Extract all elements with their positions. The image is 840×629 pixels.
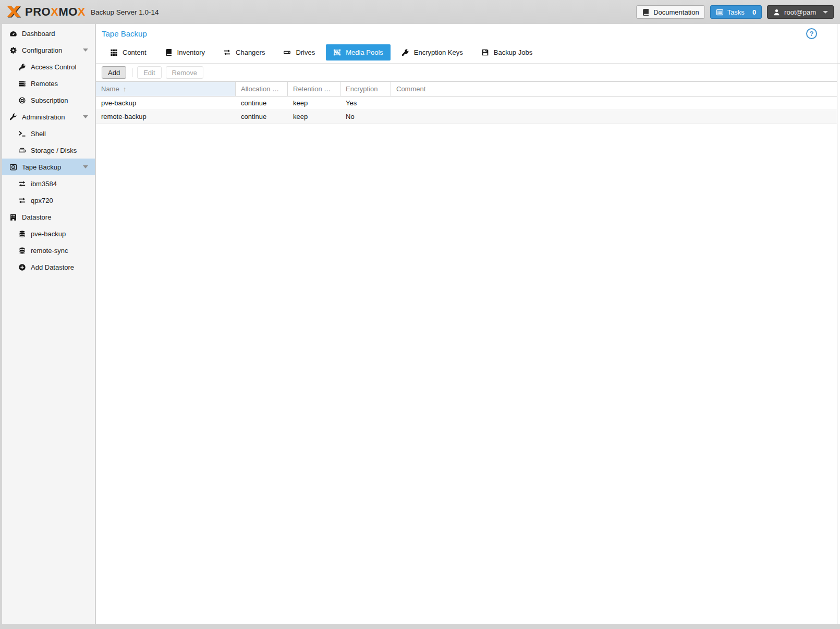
column-header-encryption[interactable]: Encryption — [340, 82, 391, 96]
tab-content[interactable]: Content — [103, 44, 154, 61]
documentation-button[interactable]: Documentation — [636, 5, 704, 19]
sidebar-item-add-datastore[interactable]: Add Datastore — [2, 259, 95, 275]
sidebar-item-label: Access Control — [31, 63, 76, 71]
sidebar-item-datastore[interactable]: Datastore — [2, 209, 95, 225]
panel-header: Tape Backup ? — [96, 24, 840, 44]
sidebar-item-configuration[interactable]: Configuration — [2, 42, 95, 58]
database-icon — [17, 247, 27, 255]
column-header-allocation[interactable]: Allocation … — [236, 82, 288, 96]
tasks-list-icon — [716, 8, 724, 16]
cell-encryption: Yes — [340, 96, 391, 110]
sidebar-item-qpx720[interactable]: qpx720 — [2, 192, 95, 209]
help-icon[interactable]: ? — [806, 28, 817, 39]
sidebar-item-label: Storage / Disks — [31, 147, 77, 154]
hdd-icon — [283, 49, 291, 56]
sidebar-item-ibm3584[interactable]: ibm3584 — [2, 175, 95, 192]
collapse-caret-icon[interactable] — [83, 165, 88, 168]
column-header-retention[interactable]: Retention … — [288, 82, 340, 96]
topbar-actions: Documentation Tasks 0 root@pam — [636, 5, 834, 19]
sidebar-item-subscription[interactable]: Subscription — [2, 92, 95, 108]
user-label: root@pam — [784, 8, 816, 16]
cell-comment — [391, 110, 837, 123]
sidebar-item-label: Add Datastore — [31, 263, 74, 271]
gear-icon — [8, 46, 18, 54]
user-menu-button[interactable]: root@pam — [767, 5, 834, 19]
cell-retention: keep — [288, 110, 340, 123]
sidebar-item-remotes[interactable]: Remotes — [2, 75, 95, 92]
table-row-pve-backup[interactable]: pve-backup continue keep Yes — [96, 96, 837, 110]
product-title: Backup Server 1.0-14 — [91, 8, 159, 16]
proxmox-logo[interactable]: PROXMOX — [6, 5, 86, 19]
sidebar-item-remote-sync[interactable]: remote-sync — [2, 242, 95, 259]
sidebar-item-label: ibm3584 — [31, 180, 57, 188]
tab-label: Encryption Keys — [414, 49, 463, 56]
sidebar-item-storage-disks[interactable]: Storage / Disks — [2, 142, 95, 159]
dashboard-gauge-icon — [8, 30, 18, 38]
edit-button[interactable]: Edit — [137, 66, 161, 79]
column-header-name[interactable]: Name ↑ — [96, 82, 236, 96]
tab-bar: Content Inventory Changers Drives Media … — [96, 44, 840, 64]
tab-label: Content — [123, 49, 147, 56]
sidebar-item-label: Remotes — [31, 80, 58, 88]
sidebar-item-label: Subscription — [31, 96, 68, 104]
sidebar-item-shell[interactable]: Shell — [2, 125, 95, 142]
server-icon — [17, 80, 27, 88]
chevron-down-icon — [823, 11, 828, 14]
tab-media-pools[interactable]: Media Pools — [326, 44, 391, 61]
sidebar-item-tape-backup[interactable]: Tape Backup — [2, 159, 95, 175]
tab-changers[interactable]: Changers — [216, 44, 272, 61]
tab-inventory[interactable]: Inventory — [157, 44, 212, 61]
proxmox-x-icon — [6, 5, 22, 19]
cell-encryption: No — [340, 110, 391, 123]
floppy-icon — [481, 49, 489, 56]
wrench-icon — [8, 113, 18, 121]
collapse-caret-icon[interactable] — [83, 115, 88, 118]
tasks-count-badge: 0 — [752, 8, 756, 16]
column-header-comment[interactable]: Comment — [391, 82, 837, 96]
table-header-row: Name ↑ Allocation … Retention … Encrypti… — [96, 82, 837, 96]
sidebar-item-dashboard[interactable]: Dashboard — [2, 25, 95, 42]
database-icon — [17, 230, 27, 238]
sidebar-item-pve-backup[interactable]: pve-backup — [2, 225, 95, 242]
tab-backup-jobs[interactable]: Backup Jobs — [474, 44, 540, 61]
tab-drives[interactable]: Drives — [276, 44, 322, 61]
panel-right-border — [837, 24, 837, 624]
collapse-caret-icon[interactable] — [83, 49, 88, 52]
hdd-icon — [17, 147, 27, 154]
sidebar-item-access-control[interactable]: Access Control — [2, 58, 95, 75]
sidebar-item-label: Shell — [31, 130, 46, 138]
life-ring-icon — [17, 96, 27, 104]
column-label: Name — [101, 85, 119, 93]
grid-icon — [110, 49, 118, 56]
sidebar-item-label: pve-backup — [31, 230, 66, 238]
tab-encryption-keys[interactable]: Encryption Keys — [394, 44, 470, 61]
key-icon — [401, 49, 409, 56]
sidebar-item-label: Administration — [22, 113, 65, 121]
sidebar-item-label: remote-sync — [31, 247, 68, 255]
sidebar-item-label: qpx720 — [31, 197, 53, 204]
key-icon — [17, 63, 27, 71]
top-header: PROXMOX Backup Server 1.0-14 Documentati… — [0, 0, 840, 24]
remove-button[interactable]: Remove — [166, 66, 203, 79]
main-content: Tape Backup ? Content Inventory Changers… — [96, 24, 840, 624]
page-title: Tape Backup — [102, 29, 840, 38]
tab-label: Media Pools — [346, 49, 383, 56]
cell-name: remote-backup — [96, 110, 236, 123]
cell-retention: keep — [288, 96, 340, 110]
table-row-remote-backup[interactable]: remote-backup continue keep No — [96, 110, 837, 124]
building-icon — [8, 213, 18, 221]
plus-circle-icon — [17, 263, 27, 271]
toolbar-separator — [132, 68, 132, 77]
documentation-label: Documentation — [653, 8, 699, 16]
cell-allocation: continue — [236, 110, 288, 123]
exchange-icon — [17, 197, 27, 204]
sort-ascending-icon: ↑ — [123, 85, 127, 93]
tasks-button[interactable]: Tasks 0 — [710, 5, 762, 19]
book-icon — [165, 49, 173, 56]
tab-label: Changers — [236, 49, 265, 56]
sidebar-item-label: Dashboard — [22, 30, 55, 38]
cell-comment — [391, 96, 837, 110]
tab-label: Drives — [296, 49, 315, 56]
sidebar-item-administration[interactable]: Administration — [2, 108, 95, 125]
add-button[interactable]: Add — [102, 66, 126, 79]
